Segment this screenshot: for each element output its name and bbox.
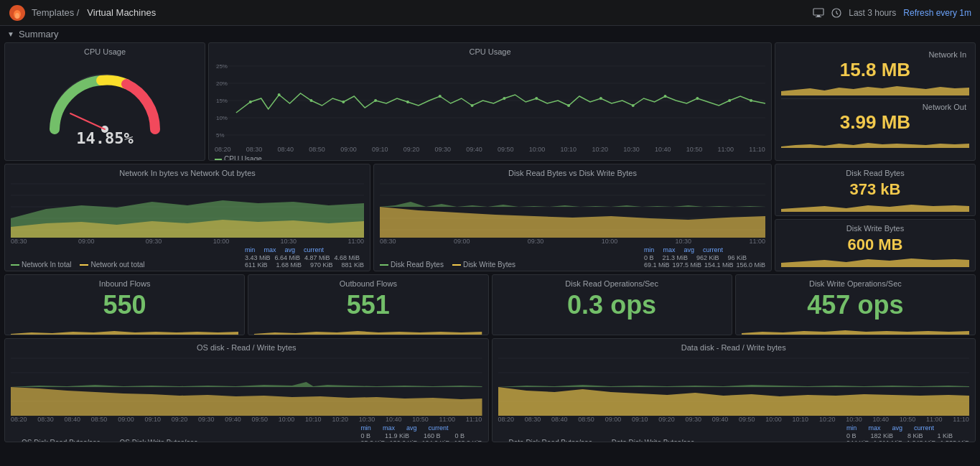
panel-cpu-line-chart: CPU Usage 25% 20% 15% 10% 5%: [208, 42, 772, 161]
panel-data-disk: Data disk - Read / Write bytes 08:2008:3…: [492, 338, 976, 442]
gauge-container: 14.85%: [11, 59, 199, 152]
svg-text:5%: 5%: [216, 132, 225, 139]
svg-rect-3: [813, 9, 823, 15]
panel-disk-read-ops: Disk Read Operations/Sec 0.3 ops: [492, 274, 732, 335]
svg-point-37: [750, 99, 752, 102]
chevron-down-icon[interactable]: ▼: [7, 30, 14, 38]
panel-disk-write-bytes-title: Disk Write Bytes: [781, 224, 969, 233]
network-out-sparkline-svg: [781, 134, 969, 148]
svg-point-30: [535, 97, 538, 100]
disk-rw-stats: minmaxavgcurrent 0 B21.3 MiB962 KiB96 Ki…: [644, 246, 765, 269]
svg-point-27: [439, 95, 442, 98]
os-disk-x-axis: 08:2008:3008:4008:5009:0009:1009:2009:30…: [11, 416, 482, 424]
panel-disk-write-ops: Disk Write Operations/Sec 457 ops: [735, 274, 976, 335]
panel-net-bytes-title: Network In bytes vs Network Out bytes: [11, 169, 364, 177]
data-disk-x-axis: 08:2008:3008:4008:5009:0009:1009:2009:30…: [498, 416, 970, 424]
outbound-flows-title: Outbound Flows: [254, 279, 482, 288]
svg-text:10%: 10%: [216, 115, 228, 121]
svg-point-35: [696, 97, 699, 100]
svg-point-31: [567, 104, 570, 107]
panel-disk-read-bytes: Disk Read Bytes 373 kB: [775, 164, 976, 216]
svg-text:15%: 15%: [216, 98, 228, 104]
network-in-title: Network In: [781, 50, 969, 59]
svg-marker-38: [781, 86, 969, 95]
svg-point-36: [728, 99, 731, 102]
legend-netin: Network In total: [11, 261, 71, 269]
row-4: OS disk - Read / Write bytes 08:2008:300…: [4, 338, 976, 442]
network-out-sparkline: [781, 134, 969, 148]
svg-point-21: [249, 101, 252, 103]
disk-read-bytes-stat: 373 kB: [781, 180, 969, 212]
network-in-value: 15.8 MB: [840, 59, 910, 81]
row-2: Network In bytes vs Network Out bytes 08…: [4, 164, 976, 271]
svg-marker-52: [380, 207, 765, 238]
panel-disk-rw-title: Disk Read Bytes vs Disk Write Bytes: [380, 169, 765, 177]
data-disk-title: Data disk - Read / Write bytes: [498, 343, 970, 352]
os-disk-svg: [11, 355, 482, 416]
panel-inbound-flows: Inbound Flows 550: [4, 274, 245, 335]
cpu-chart-x-axis: 08:2008:3008:4008:5009:0009:1009:2009:30…: [215, 145, 765, 154]
panel-net-bytes: Network In bytes vs Network Out bytes 08…: [4, 164, 370, 271]
net-bytes-legend-stats: Network In total Network out total minma…: [11, 246, 364, 269]
panel-network-stats: Network In 15.8 MB Network Out 3.99 MB: [775, 42, 976, 161]
gauge-svg: [40, 65, 169, 136]
disk-write-ops-title: Disk Write Operations/Sec: [742, 279, 969, 288]
grafana-logo-icon: [9, 4, 26, 22]
net-bytes-x-axis: 08:3009:0009:3010:0010:3011:00: [11, 238, 364, 246]
network-out-stat: Network Out 3.99 MB: [781, 99, 969, 151]
panel-os-disk: OS disk - Read / Write bytes 08:2008:300…: [4, 338, 489, 442]
network-in-sparkline-svg: [781, 81, 969, 95]
disk-write-ops-sparkline: [742, 322, 969, 335]
svg-marker-57: [254, 331, 482, 335]
disk-read-ops-title: Disk Read Operations/Sec: [498, 279, 726, 288]
disk-write-bytes-value: 600 MB: [781, 236, 969, 254]
disk-write-bytes-stat: 600 MB: [781, 236, 969, 267]
svg-point-32: [599, 97, 602, 100]
topbar-controls: Last 3 hours Refresh every 1m: [813, 7, 971, 19]
os-disk-stats: minmaxavgcurrent 0 B11.9 KiB160 B0 B 95.…: [360, 424, 482, 442]
monitor-icon: [813, 7, 824, 19]
svg-marker-65: [11, 382, 482, 387]
data-disk-legend: Data Disk Read Bytes/sec Data Disk Write…: [498, 439, 695, 442]
outbound-flows-sparkline: [254, 322, 482, 335]
svg-point-28: [471, 104, 474, 107]
svg-marker-64: [11, 387, 482, 416]
disk-read-bytes-value: 373 kB: [781, 180, 969, 199]
svg-point-29: [503, 97, 505, 100]
row-3: Inbound Flows 550 Outbound Flows 551 Dis…: [4, 274, 976, 335]
panel-outbound-flows: Outbound Flows 551: [248, 274, 488, 335]
network-out-value: 3.99 MB: [840, 111, 910, 134]
svg-point-33: [632, 104, 635, 107]
disk-write-sparkline: [781, 254, 969, 267]
data-disk-svg: [498, 355, 970, 416]
svg-point-34: [664, 95, 667, 98]
topbar: Templates / Virtual Machines Last 3 hour…: [0, 0, 980, 26]
svg-point-26: [406, 101, 409, 103]
summary-section-header: ▼ Summary: [0, 26, 980, 42]
disk-read-sparkline: [781, 199, 969, 212]
svg-marker-59: [742, 330, 969, 335]
svg-marker-53: [380, 202, 765, 207]
legend-item-cpu: CPU Usage: [215, 155, 262, 161]
dashboard: CPU Usage 14.85%: [0, 42, 980, 447]
network-in-stat: Network In 15.8 MB: [781, 47, 969, 99]
inbound-flows-value: 550: [11, 292, 238, 318]
net-bytes-stats: minmaxavgcurrent 3.43 MiB6.64 MiB4.87 Mi…: [245, 246, 364, 269]
panel-disk-write-bytes: Disk Write Bytes 600 MB: [775, 219, 976, 271]
disk-stats-column: Disk Read Bytes 373 kB Disk Write Bytes …: [775, 164, 976, 271]
disk-read-ops-sparkline: [498, 322, 726, 335]
refresh-label[interactable]: Refresh every 1m: [903, 8, 971, 18]
cpu-chart-svg: 25% 20% 15% 10% 5%: [215, 59, 765, 145]
inbound-flows-sparkline: [11, 322, 238, 335]
net-bytes-legend: Network In total Network out total: [11, 261, 145, 269]
cpu-gauge-value: 14.85%: [76, 129, 133, 147]
svg-marker-58: [498, 335, 726, 335]
svg-line-8: [836, 13, 838, 14]
panel-cpu-gauge-title: CPU Usage: [11, 47, 199, 56]
data-disk-stats: minmaxavgcurrent 0 B182 KiB8 KiB1 KiB 94…: [846, 424, 969, 442]
svg-marker-55: [781, 258, 969, 267]
os-disk-legend: OS Disk Read Bytes/sec OS Disk Write Byt…: [11, 439, 197, 442]
svg-marker-56: [11, 331, 238, 335]
clock-icon: [831, 8, 841, 18]
os-disk-title: OS disk - Read / Write bytes: [11, 343, 482, 352]
